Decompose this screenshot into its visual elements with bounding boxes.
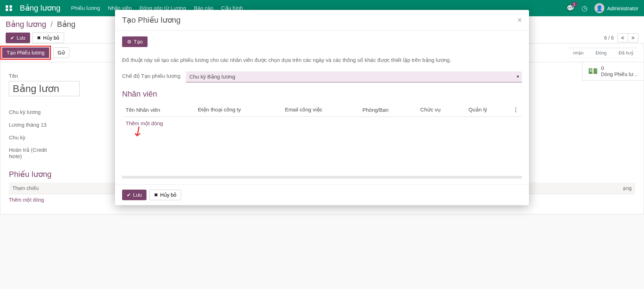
col-emp-pos: Chức vụ xyxy=(417,103,465,117)
modal-title: Tạo Phiếu lương xyxy=(122,16,180,25)
mode-label: Chế độ Tạo phiếu lương xyxy=(122,71,186,79)
modal-header: Tạo Phiếu lương × xyxy=(115,10,529,31)
annotation-arrow-icon xyxy=(132,125,145,138)
mode-select[interactable]: Chu kỳ Bảng lương xyxy=(186,71,522,82)
modal-create-label: Tạo xyxy=(134,39,143,45)
modal-footer: Lưu Hủy bỏ xyxy=(115,184,529,205)
col-options[interactable] xyxy=(510,103,522,117)
modal-cancel-label: Hủy bỏ xyxy=(160,192,177,198)
col-emp-mgr: Quản lý xyxy=(465,103,510,117)
kebab-icon xyxy=(513,106,518,112)
close-icon xyxy=(154,192,158,198)
wizard-description: Đồ thuật này sẽ tạo các phiếu lương cho … xyxy=(122,56,522,64)
check-icon xyxy=(127,192,131,198)
col-emp-dept: Phòng/Ban xyxy=(359,103,417,117)
col-emp-phone: Điện thoại công ty xyxy=(194,103,281,117)
employee-table: Tên Nhân viên Điện thoại công ty Email c… xyxy=(122,103,522,138)
modal-create-button[interactable]: Tạo xyxy=(122,36,148,47)
modal-dialog: Tạo Phiếu lương × Tạo Đồ thuật này sẽ tạ… xyxy=(115,10,529,205)
col-emp-email: Email công việc xyxy=(281,103,359,117)
modal-cancel-button[interactable]: Hủy bỏ xyxy=(149,190,182,200)
mode-select-value: Chu kỳ Bảng lương xyxy=(189,74,235,80)
mode-row: Chế độ Tạo phiếu lương Chu kỳ Bảng lương xyxy=(122,71,522,82)
modal-overlay: Tạo Phiếu lương × Tạo Đồ thuật này sẽ tạ… xyxy=(0,0,644,214)
cogs-icon xyxy=(127,39,132,45)
employee-section-title: Nhân viên xyxy=(122,89,522,99)
modal-close-button[interactable]: × xyxy=(517,16,522,25)
modal-add-line-link[interactable]: Thêm một dòng xyxy=(126,120,163,126)
modal-save-button[interactable]: Lưu xyxy=(122,190,146,200)
horizontal-scrollbar[interactable] xyxy=(122,176,522,179)
modal-body: Tạo Đồ thuật này sẽ tạo các phiếu lương … xyxy=(115,31,529,184)
modal-save-label: Lưu xyxy=(133,192,142,198)
col-emp-name: Tên Nhân viên xyxy=(122,103,194,117)
